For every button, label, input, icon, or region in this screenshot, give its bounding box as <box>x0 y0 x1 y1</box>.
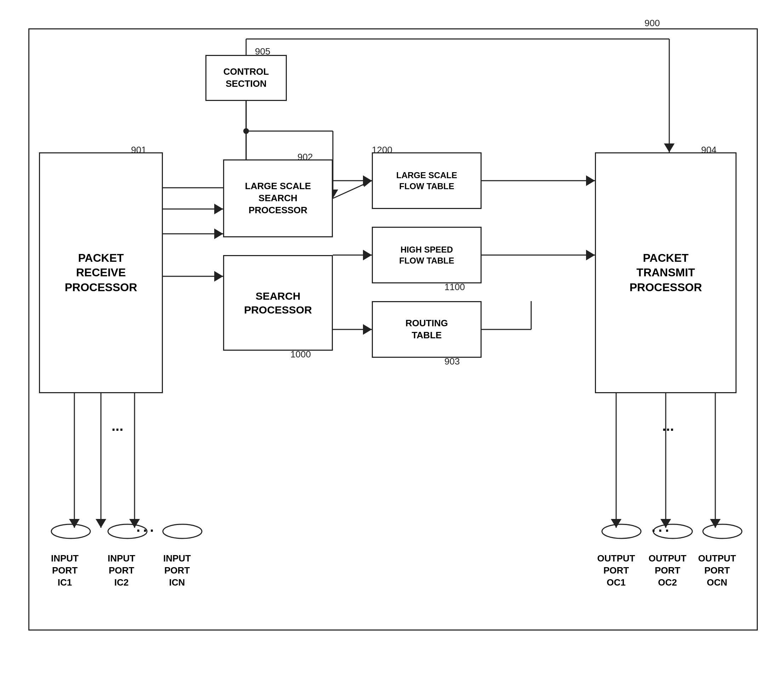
routing-table-box: ROUTINGTABLE <box>372 301 482 358</box>
ellipse-ic1 <box>49 521 92 542</box>
output-port-ocn-label: OUTPUTPORTOCN <box>692 552 742 588</box>
svg-marker-16 <box>214 229 223 239</box>
output-port-oc1-label: OUTPUTPORTOC1 <box>591 552 641 588</box>
input-port-icn-label: INPUTPORTICN <box>154 552 200 588</box>
label-1000: 1000 <box>290 349 311 360</box>
svg-point-51 <box>703 524 742 539</box>
svg-marker-24 <box>363 250 372 260</box>
label-904: 904 <box>701 145 716 155</box>
svg-marker-26 <box>363 324 372 335</box>
ellipse-icn <box>161 521 204 542</box>
svg-marker-22 <box>363 175 372 186</box>
label-903: 903 <box>445 356 460 367</box>
dots-output-lines: ... <box>662 418 674 434</box>
svg-point-49 <box>602 524 641 539</box>
svg-marker-11 <box>214 204 223 214</box>
input-port-ic1-label: INPUTPORTIC1 <box>42 552 88 588</box>
label-1100: 1100 <box>445 282 465 293</box>
svg-marker-18 <box>214 271 223 282</box>
large-scale-flow-table-box: LARGE SCALEFLOW TABLE <box>372 152 482 209</box>
control-section-box: CONTROL SECTION <box>205 55 287 101</box>
svg-point-46 <box>51 524 90 539</box>
dots-input: ... <box>136 519 156 535</box>
dots-output: ... <box>652 519 672 535</box>
svg-point-48 <box>163 524 202 539</box>
ellipse-ocn <box>701 521 744 542</box>
output-port-oc2-label: OUTPUTPORTOC2 <box>643 552 692 588</box>
input-port-ic2-label: INPUTPORTIC2 <box>99 552 145 588</box>
svg-marker-28 <box>586 175 595 186</box>
label-902: 902 <box>298 152 313 163</box>
packet-transmit-processor-box: PACKETTRANSMITPROCESSOR <box>595 152 736 393</box>
label-905: 905 <box>255 46 270 57</box>
label-1200: 1200 <box>372 145 392 155</box>
dots-input-lines: ... <box>112 418 123 434</box>
packet-receive-processor-box: PACKETRECEIVEPROCESSOR <box>39 152 163 393</box>
large-scale-search-processor-box: LARGE SCALESEARCHPROCESSOR <box>223 160 333 237</box>
ellipse-oc1 <box>600 521 643 542</box>
label-901: 901 <box>131 145 146 155</box>
svg-marker-36 <box>96 519 106 528</box>
label-900: 900 <box>644 18 660 29</box>
high-speed-flow-table-box: HIGH SPEEDFLOW TABLE <box>372 227 482 284</box>
svg-marker-3 <box>664 143 675 152</box>
diagram: 900 CONTROL SECTION 905 PACKETRECEIVEPRO… <box>0 0 784 689</box>
search-processor-box: SEARCHPROCESSOR <box>223 255 333 351</box>
svg-marker-30 <box>586 250 595 260</box>
